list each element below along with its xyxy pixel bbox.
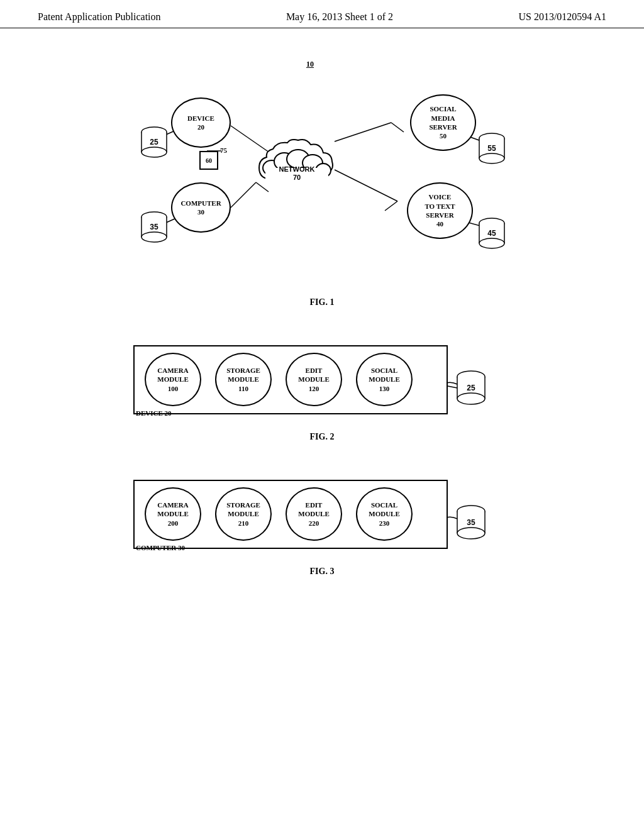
svg-point-33 bbox=[142, 232, 167, 242]
voice-server-node: VOICETO TEXTSERVER40 bbox=[407, 182, 473, 239]
svg-line-2 bbox=[335, 123, 391, 141]
svg-text:45: 45 bbox=[487, 229, 496, 238]
header-left: Patent Application Publication bbox=[38, 11, 161, 23]
cylinder-55: 55 bbox=[476, 132, 508, 169]
fig1-container: 10 bbox=[38, 60, 606, 320]
svg-text:35: 35 bbox=[467, 518, 475, 527]
fig1-diagram: 10 bbox=[121, 60, 523, 292]
svg-text:25: 25 bbox=[150, 138, 158, 147]
main-content: 10 bbox=[0, 28, 644, 608]
fig3-container: COMPUTER 30 CAMERAMODULE200 STORAGEMODUL… bbox=[38, 473, 606, 589]
svg-point-39 bbox=[479, 153, 504, 163]
fig2-storage-module: STORAGEMODULE110 bbox=[215, 353, 272, 406]
svg-text:25: 25 bbox=[467, 384, 475, 392]
page-header: Patent Application Publication May 16, 2… bbox=[0, 0, 644, 28]
fig3-label: FIG. 3 bbox=[310, 567, 335, 577]
cylinder-45: 45 bbox=[476, 217, 508, 254]
fig3-diagram: COMPUTER 30 CAMERAMODULE200 STORAGEMODUL… bbox=[133, 473, 511, 562]
fig3-device-label: COMPUTER 30 bbox=[136, 544, 185, 551]
fig3-social-module: SOCIALMODULE230 bbox=[356, 487, 413, 541]
fig2-camera-module: CAMERAMODULE100 bbox=[145, 353, 201, 406]
fig3-storage-module: STORAGEMODULE210 bbox=[215, 487, 272, 541]
svg-line-6 bbox=[231, 182, 256, 208]
svg-text:70: 70 bbox=[293, 174, 301, 181]
fig2-cylinder-25: 25 bbox=[454, 370, 489, 411]
header-right: US 2013/0120594 A1 bbox=[518, 11, 606, 23]
box-60: 60 bbox=[199, 151, 218, 170]
header-center: May 16, 2013 Sheet 1 of 2 bbox=[286, 11, 393, 23]
fig2-edit-module: EDITMODULE120 bbox=[286, 353, 342, 406]
svg-line-4 bbox=[335, 170, 397, 201]
ref-10: 10 bbox=[306, 60, 314, 69]
fig2-label: FIG. 2 bbox=[310, 432, 335, 442]
svg-point-27 bbox=[142, 147, 167, 157]
social-server-node: SOCIALMEDIASERVER50 bbox=[410, 94, 476, 151]
cylinder-35: 35 bbox=[138, 211, 170, 248]
svg-text:55: 55 bbox=[487, 144, 496, 153]
cylinder-25: 25 bbox=[138, 126, 170, 163]
fig3-edit-module: EDITMODULE220 bbox=[286, 487, 342, 541]
network-cloud: NETWORK 70 bbox=[253, 135, 341, 194]
fig2-container: DEVICE 20 CAMERAMODULE100 STORAGEMODULE1… bbox=[38, 339, 606, 455]
svg-text:NETWORK: NETWORK bbox=[279, 165, 315, 173]
fig3-camera-module: CAMERAMODULE200 bbox=[145, 487, 201, 541]
svg-point-45 bbox=[479, 238, 504, 248]
computer-node: COMPUTER30 bbox=[171, 182, 231, 233]
svg-point-58 bbox=[457, 528, 485, 539]
svg-point-51 bbox=[457, 393, 485, 404]
fig3-cylinder-35: 35 bbox=[454, 505, 489, 545]
device-node: DEVICE20 bbox=[171, 97, 231, 148]
ref-75: 75 bbox=[220, 147, 227, 154]
fig1-label: FIG. 1 bbox=[310, 297, 335, 307]
svg-line-5 bbox=[385, 201, 397, 211]
svg-line-3 bbox=[391, 123, 404, 132]
fig2-social-module: SOCIALMODULE130 bbox=[356, 353, 413, 406]
fig2-device-label: DEVICE 20 bbox=[136, 409, 172, 417]
svg-text:35: 35 bbox=[150, 223, 158, 231]
fig2-diagram: DEVICE 20 CAMERAMODULE100 STORAGEMODULE1… bbox=[133, 339, 511, 427]
